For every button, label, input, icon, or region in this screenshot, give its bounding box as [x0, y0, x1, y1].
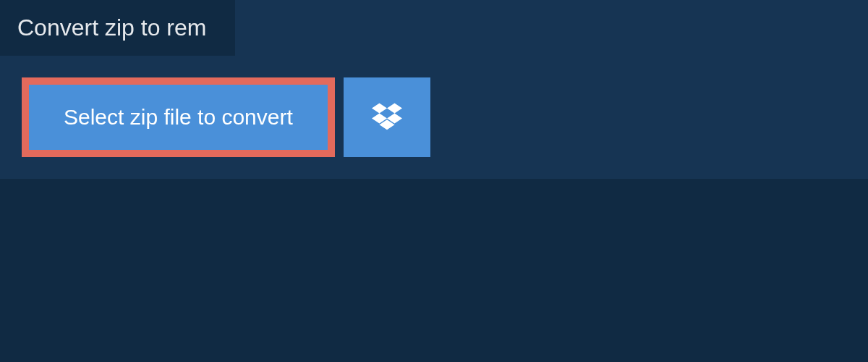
dropbox-button[interactable]: [344, 77, 430, 157]
select-file-button[interactable]: Select zip file to convert: [22, 77, 335, 157]
converter-panel: Convert zip to rem Select zip file to co…: [0, 0, 868, 179]
select-file-label: Select zip file to convert: [64, 106, 293, 128]
action-row: Select zip file to convert: [0, 56, 868, 179]
page-title: Convert zip to rem: [0, 0, 235, 56]
dropbox-icon: [372, 101, 402, 134]
